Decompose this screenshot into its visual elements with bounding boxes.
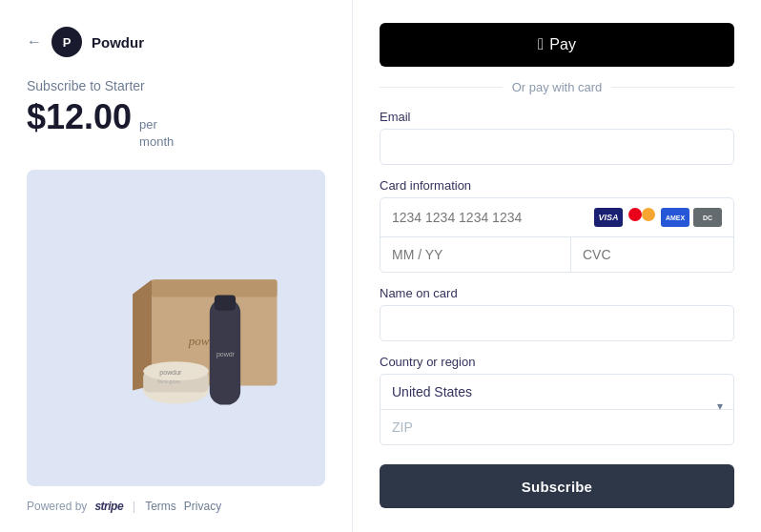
divider: Or pay with card xyxy=(380,80,734,94)
card-icons: VISA AMEX DC xyxy=(594,208,722,227)
divider-text: Or pay with card xyxy=(512,80,603,94)
name-label: Name on card xyxy=(380,286,734,300)
mastercard-icon xyxy=(627,208,657,227)
brand-logo-icon: P xyxy=(51,27,82,57)
svg-rect-1 xyxy=(152,280,277,297)
left-panel: ← P Powdur Subscribe to Starter $12.00 p… xyxy=(0,0,353,532)
price-amount: $12.00 xyxy=(27,97,132,137)
card-number-row: VISA AMEX DC xyxy=(380,198,733,237)
price-row: $12.00 permonth xyxy=(27,97,325,151)
price-period: permonth xyxy=(139,116,174,151)
divider-line-right xyxy=(611,87,734,88)
name-field-group: Name on card xyxy=(380,286,734,341)
diners-icon: DC xyxy=(693,208,722,227)
apple-pay-label: Pay xyxy=(549,36,576,53)
amex-icon: AMEX xyxy=(661,208,689,227)
privacy-link[interactable]: Privacy xyxy=(184,500,221,513)
email-input[interactable] xyxy=(380,129,734,165)
zip-input[interactable] xyxy=(380,409,734,445)
svg-rect-5 xyxy=(215,296,236,311)
name-input[interactable] xyxy=(380,305,734,341)
svg-text:face glow: face glow xyxy=(157,379,180,385)
divider-line-left xyxy=(380,87,503,88)
subscribe-button[interactable]: Subscribe xyxy=(380,464,734,508)
apple-icon:  xyxy=(538,36,544,52)
subscribe-label: Subscribe to Starter xyxy=(27,78,325,93)
product-image: powdur powdr powdur face glow xyxy=(27,170,325,486)
card-cvc-row xyxy=(571,237,734,272)
terms-link[interactable]: Terms xyxy=(145,500,176,513)
svg-text:powdur: powdur xyxy=(159,370,182,378)
country-select-wrapper: United States Canada United Kingdom ▾ xyxy=(380,374,734,445)
back-arrow[interactable]: ← xyxy=(27,34,42,50)
checkout-container: ← P Powdur Subscribe to Starter $12.00 p… xyxy=(0,0,761,532)
apple-pay-button[interactable]:  Pay xyxy=(380,23,734,67)
payment-form: Email Card information VISA xyxy=(380,110,734,508)
brand-header: ← P Powdur xyxy=(27,27,325,57)
card-number-input[interactable] xyxy=(392,210,586,225)
powered-by-label: Powered by xyxy=(27,500,87,513)
right-panel:  Pay Or pay with card Email Card inform… xyxy=(353,0,761,532)
card-info-block: VISA AMEX DC xyxy=(380,197,734,273)
card-cvc-input[interactable] xyxy=(583,237,734,272)
stripe-logo: stripe xyxy=(94,500,123,513)
svg-text:powdr: powdr xyxy=(216,351,236,358)
card-label: Card information xyxy=(380,178,734,193)
visa-icon: VISA xyxy=(594,208,623,227)
country-field-group: Country or region United States Canada U… xyxy=(380,355,734,445)
card-field-group: Card information VISA AMEX DC xyxy=(380,178,734,273)
email-label: Email xyxy=(380,110,734,124)
card-bottom-row xyxy=(380,237,733,272)
footer-left: Powered by stripe | Terms Privacy xyxy=(27,500,325,513)
card-expiry-input[interactable] xyxy=(380,237,571,272)
country-label: Country or region xyxy=(380,355,734,369)
country-select[interactable]: United States Canada United Kingdom xyxy=(380,374,734,409)
email-field-group: Email xyxy=(380,110,734,165)
brand-name: Powdur xyxy=(92,34,144,51)
